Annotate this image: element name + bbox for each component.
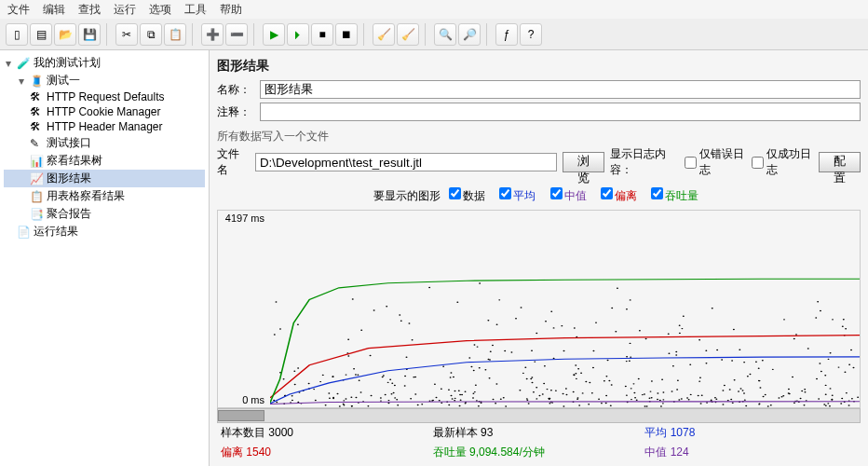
- svg-point-321: [675, 354, 677, 355]
- legend-dev[interactable]: 偏离: [601, 189, 637, 202]
- svg-point-370: [788, 392, 790, 393]
- tree-item-2[interactable]: 🛠HTTP Header Manager: [4, 119, 205, 134]
- svg-point-175: [332, 397, 334, 398]
- tree-item-0[interactable]: 🛠HTTP Request Defaults: [4, 89, 205, 104]
- svg-point-83: [650, 391, 652, 391]
- svg-point-266: [308, 383, 310, 384]
- tree-item-3[interactable]: ✎测试接口: [4, 134, 205, 152]
- svg-point-293: [414, 377, 416, 377]
- name-input[interactable]: [260, 80, 861, 99]
- help-icon[interactable]: ?: [520, 23, 542, 46]
- tree-item-4[interactable]: 📊察看结果树: [4, 152, 205, 170]
- remove-icon[interactable]: ➖: [225, 23, 248, 46]
- svg-point-163: [758, 380, 760, 381]
- tree-item-5[interactable]: 📈图形结果: [4, 170, 205, 187]
- clear-icon[interactable]: 🧹: [373, 23, 395, 46]
- start-noTimers-icon[interactable]: ⏵: [287, 23, 309, 46]
- svg-point-287: [605, 395, 607, 396]
- err-only-check[interactable]: 仅错误日志: [685, 146, 746, 178]
- stop-icon[interactable]: ■: [311, 23, 333, 46]
- svg-point-353: [387, 382, 389, 383]
- tree-item-7[interactable]: 📑聚合报告: [4, 205, 205, 223]
- menu-tools[interactable]: 工具: [184, 2, 207, 17]
- svg-point-195: [698, 395, 699, 396]
- svg-point-279: [700, 403, 702, 404]
- menu-run[interactable]: 运行: [114, 2, 136, 17]
- menu-options[interactable]: 选项: [149, 2, 171, 17]
- svg-point-204: [804, 389, 806, 390]
- start-icon[interactable]: ▶: [263, 23, 285, 46]
- svg-point-70: [699, 377, 701, 378]
- clear-all-icon[interactable]: 🧹: [397, 23, 419, 46]
- svg-point-311: [328, 392, 330, 393]
- paste-icon[interactable]: 📋: [164, 23, 186, 46]
- svg-point-334: [683, 316, 685, 317]
- svg-point-249: [576, 378, 577, 379]
- svg-point-286: [662, 403, 664, 404]
- svg-point-244: [391, 383, 393, 384]
- function-helper-icon[interactable]: ƒ: [495, 23, 518, 46]
- comment-label: 注释：: [217, 104, 254, 120]
- search-icon[interactable]: 🔍: [434, 23, 456, 46]
- menu-file[interactable]: 文件: [7, 2, 30, 17]
- svg-point-261: [293, 371, 295, 372]
- tree-root[interactable]: ▾🧪我的测试计划: [4, 54, 205, 72]
- browse-button[interactable]: 浏览: [563, 152, 604, 172]
- plot-svg: [270, 211, 860, 407]
- svg-point-119: [767, 405, 769, 406]
- svg-point-121: [275, 301, 277, 302]
- svg-point-332: [498, 299, 500, 300]
- svg-point-362: [840, 403, 842, 404]
- tree-panel: ▾🧪我的测试计划 ▾🧵测试一 🛠HTTP Request Defaults 🛠H…: [0, 50, 210, 466]
- add-icon[interactable]: ➕: [201, 23, 224, 46]
- svg-point-196: [634, 397, 636, 398]
- legend-median[interactable]: 中值: [550, 189, 587, 202]
- plot-scrollbar[interactable]: [217, 408, 861, 423]
- svg-point-151: [818, 398, 820, 399]
- new-file-icon[interactable]: ▯: [6, 23, 28, 46]
- stats-row-2: 偏离 1540 吞吐量 9,094.584/分钟 中值 124: [217, 443, 861, 462]
- cut-icon[interactable]: ✂: [115, 23, 138, 46]
- tree-item-1[interactable]: 🛠HTTP Cookie Manager: [4, 104, 205, 119]
- save-icon[interactable]: 💾: [78, 23, 101, 46]
- svg-point-350: [626, 394, 628, 395]
- svg-point-398: [414, 393, 416, 394]
- svg-point-69: [329, 398, 331, 399]
- svg-point-360: [846, 392, 848, 393]
- menu-edit[interactable]: 编辑: [43, 2, 65, 17]
- config-button[interactable]: 配置: [819, 152, 861, 172]
- svg-point-58: [521, 307, 522, 308]
- svg-point-208: [297, 367, 299, 368]
- svg-point-31: [639, 330, 641, 331]
- ok-only-check[interactable]: 仅成功日志: [752, 146, 813, 178]
- svg-point-17: [817, 301, 819, 302]
- file-input[interactable]: [255, 153, 557, 171]
- svg-point-389: [747, 376, 749, 377]
- templates-icon[interactable]: ▤: [30, 23, 52, 46]
- svg-point-282: [633, 392, 635, 393]
- tree-thread-group[interactable]: ▾🧵测试一: [4, 72, 205, 89]
- svg-point-253: [459, 405, 461, 406]
- tree-item-6[interactable]: 📋用表格察看结果: [4, 187, 205, 205]
- svg-point-251: [742, 390, 744, 391]
- tree-workbench[interactable]: 📄运行结果: [4, 223, 205, 240]
- svg-point-278: [630, 343, 631, 344]
- menu-find[interactable]: 查找: [78, 2, 101, 17]
- legend-thr[interactable]: 吞吐量: [651, 189, 698, 202]
- comment-input[interactable]: [260, 103, 861, 121]
- copy-icon[interactable]: ⧉: [140, 23, 162, 46]
- svg-point-86: [386, 306, 387, 307]
- svg-point-347: [380, 397, 382, 398]
- reset-search-icon[interactable]: 🔎: [458, 23, 481, 46]
- shutdown-icon[interactable]: ⏹: [335, 23, 358, 46]
- svg-point-97: [830, 388, 832, 389]
- svg-point-65: [292, 400, 293, 401]
- svg-point-250: [759, 387, 761, 388]
- svg-point-192: [803, 404, 805, 405]
- svg-point-100: [721, 359, 723, 360]
- open-icon[interactable]: 📂: [54, 23, 76, 46]
- legend-data[interactable]: 数据: [449, 189, 485, 202]
- menu-help[interactable]: 帮助: [220, 2, 242, 17]
- legend-avg[interactable]: 平均: [499, 189, 536, 202]
- svg-point-72: [679, 333, 681, 334]
